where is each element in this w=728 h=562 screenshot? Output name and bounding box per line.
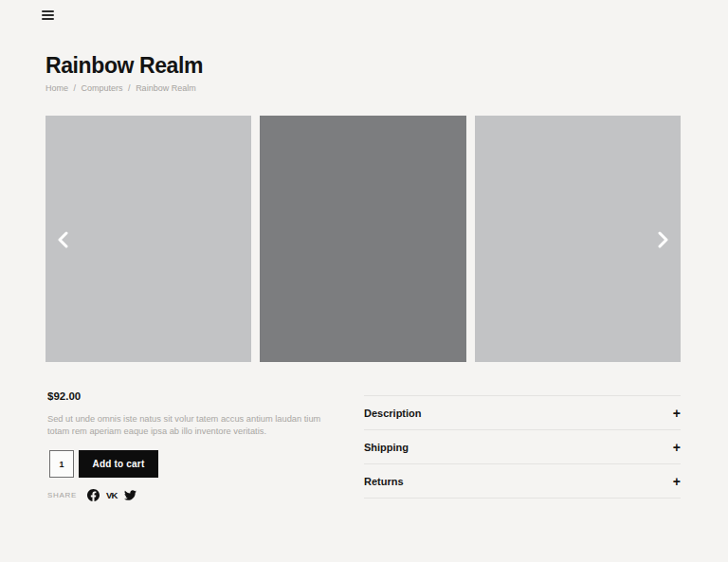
product-info-accordion: Description + Shipping + Returns + — [364, 395, 681, 499]
breadcrumb-separator: / — [74, 83, 77, 93]
share-label: SHARE — [47, 491, 77, 499]
vk-icon[interactable]: VK — [106, 490, 118, 500]
chevron-left-icon — [56, 230, 71, 249]
hamburger-bar — [42, 10, 54, 12]
product-image-3 — [475, 116, 681, 362]
breadcrumb-computers[interactable]: Computers — [82, 83, 123, 93]
quantity-input[interactable] — [49, 450, 74, 478]
accordion-item-shipping[interactable]: Shipping + — [364, 430, 681, 464]
accordion-item-description[interactable]: Description + — [364, 396, 681, 430]
twitter-icon[interactable] — [124, 490, 136, 500]
vk-glyph: VK — [106, 490, 118, 500]
chevron-right-icon — [655, 230, 670, 249]
plus-icon: + — [673, 441, 681, 454]
facebook-icon[interactable] — [87, 489, 100, 501]
product-image-1 — [46, 116, 251, 362]
hamburger-menu-icon[interactable] — [42, 10, 54, 20]
add-to-cart-button[interactable]: Add to cart — [79, 450, 158, 478]
accordion-label: Shipping — [364, 442, 409, 453]
product-description-line: totam rem aperiam eaque ipsa ab illo inv… — [47, 426, 320, 438]
breadcrumb-separator: / — [128, 83, 131, 93]
accordion-item-returns[interactable]: Returns + — [364, 464, 681, 499]
page-title: Rainbow Realm — [46, 53, 203, 79]
breadcrumb: Home / Computers / Rainbow Realm — [46, 83, 196, 93]
plus-icon: + — [673, 475, 681, 488]
product-price: $92.00 — [47, 390, 81, 402]
product-image-carousel — [46, 116, 681, 362]
accordion-label: Returns — [364, 476, 404, 487]
product-image-2 — [260, 116, 465, 362]
hamburger-bar — [42, 18, 54, 20]
share-row: SHARE VK — [47, 488, 143, 502]
accordion-label: Description — [364, 408, 422, 419]
product-description-line: Sed ut unde omnis iste natus sit volur t… — [47, 413, 320, 426]
carousel-next-button[interactable] — [655, 230, 670, 249]
plus-icon: + — [673, 407, 681, 420]
carousel-prev-button[interactable] — [56, 230, 71, 249]
breadcrumb-current: Rainbow Realm — [136, 83, 196, 93]
breadcrumb-home[interactable]: Home — [46, 83, 68, 93]
product-description: Sed ut unde omnis iste natus sit volur t… — [47, 413, 320, 437]
hamburger-bar — [42, 14, 54, 16]
